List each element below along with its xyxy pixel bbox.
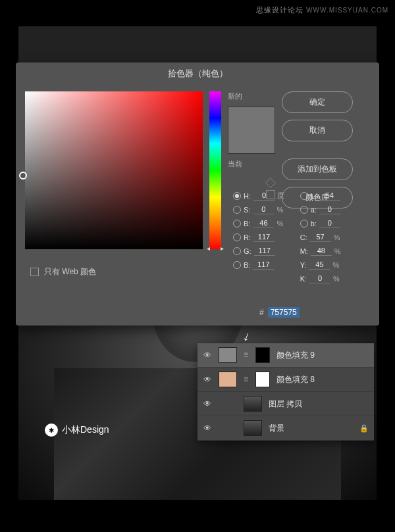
- layer-row[interactable]: 👁 背景 🔒: [198, 416, 374, 441]
- add-swatch-button[interactable]: 添加到色板: [282, 158, 353, 180]
- layer-row[interactable]: 👁 图层 拷贝: [198, 392, 374, 416]
- web-only-checkbox[interactable]: 只有 Web 颜色: [30, 266, 96, 278]
- input-y[interactable]: 45: [309, 260, 330, 270]
- link-icon: ⠿: [244, 376, 249, 383]
- hex-row: # 757575: [259, 307, 300, 318]
- input-b2[interactable]: 0: [319, 218, 340, 228]
- input-h[interactable]: 0: [253, 191, 275, 201]
- input-bv[interactable]: 46: [253, 218, 274, 228]
- layer-thumb[interactable]: [244, 396, 262, 412]
- layer-thumb[interactable]: [219, 372, 237, 387]
- radio-r[interactable]: [233, 233, 241, 241]
- new-color-swatch: [228, 107, 275, 130]
- wechat-credit: ✱ 小林Design: [45, 423, 109, 437]
- radio-b2[interactable]: [300, 220, 308, 228]
- layer-mask[interactable]: [255, 347, 270, 363]
- current-label: 当前: [228, 159, 275, 169]
- radio-bb[interactable]: [233, 261, 241, 269]
- visibility-icon[interactable]: 👁: [203, 399, 212, 408]
- watermark: 思缘设计论坛WWW.MISSYUAN.COM: [256, 5, 388, 15]
- hex-input[interactable]: 757575: [268, 307, 300, 318]
- layers-panel: 👁 ⠿ 颜色填充 9 👁 ⠿ 颜色填充 8 👁 图层 拷贝 👁 背景 🔒: [198, 343, 374, 441]
- input-k[interactable]: 0: [309, 274, 330, 283]
- dialog-title: 拾色器（纯色）: [16, 62, 379, 85]
- checkbox-icon[interactable]: [30, 268, 39, 276]
- radio-l[interactable]: [300, 192, 308, 200]
- input-bb[interactable]: 117: [253, 260, 274, 270]
- lock-icon[interactable]: 🔒: [359, 424, 369, 433]
- layer-thumb[interactable]: [219, 347, 237, 363]
- layer-row[interactable]: 👁 ⠿ 颜色填充 8: [198, 368, 374, 392]
- cube-icon[interactable]: [265, 178, 276, 188]
- input-m[interactable]: 48: [311, 246, 332, 256]
- radio-b[interactable]: [233, 220, 241, 228]
- link-icon: ⠿: [244, 352, 249, 359]
- hue-slider[interactable]: ◂▸: [209, 91, 221, 249]
- layer-row[interactable]: 👁 ⠿ 颜色填充 9: [198, 343, 374, 368]
- radio-h[interactable]: [233, 192, 241, 200]
- ok-button[interactable]: 确定: [282, 91, 353, 113]
- saturation-field[interactable]: [25, 91, 203, 249]
- input-a[interactable]: 0: [319, 205, 340, 214]
- color-cursor[interactable]: [19, 172, 27, 180]
- input-s[interactable]: 0: [253, 205, 274, 214]
- input-g[interactable]: 117: [254, 246, 275, 256]
- new-label: 新的: [228, 91, 275, 101]
- radio-a[interactable]: [300, 206, 308, 214]
- input-c[interactable]: 57: [310, 232, 331, 242]
- radio-s[interactable]: [233, 206, 241, 214]
- visibility-icon[interactable]: 👁: [203, 375, 212, 384]
- input-r[interactable]: 117: [253, 232, 275, 242]
- input-l[interactable]: 54: [319, 191, 340, 201]
- color-picker-dialog: 拾色器（纯色） ◂▸ 新的 当前 确定 取消 添加到色板 颜色库: [16, 62, 379, 326]
- visibility-icon[interactable]: 👁: [203, 351, 212, 360]
- radio-g[interactable]: [233, 247, 241, 255]
- cancel-button[interactable]: 取消: [282, 120, 353, 141]
- layer-thumb[interactable]: [244, 420, 262, 436]
- current-color-swatch[interactable]: [228, 130, 275, 153]
- wechat-icon: ✱: [45, 423, 58, 437]
- layer-mask[interactable]: [255, 372, 270, 387]
- color-value-inputs: H:0度 L:54 S:0% a:0 B:46% b:0 R:117 C:57%…: [233, 191, 352, 283]
- visibility-icon[interactable]: 👁: [203, 423, 212, 433]
